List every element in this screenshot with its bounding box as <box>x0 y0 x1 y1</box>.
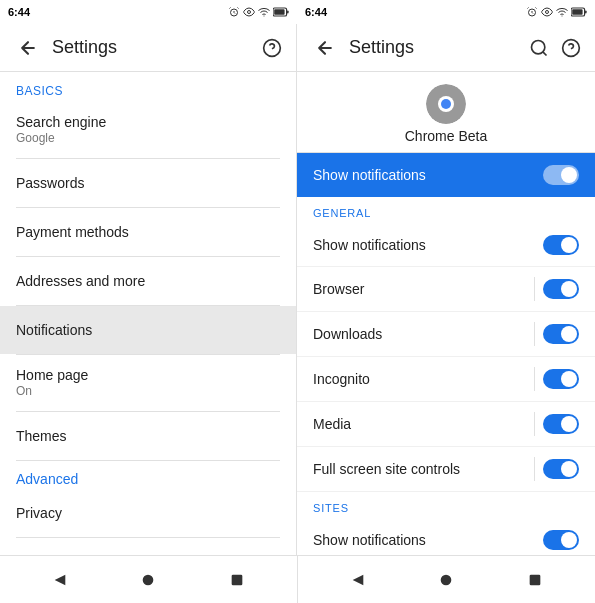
sidebar-item-passwords[interactable]: Passwords <box>0 159 296 207</box>
incognito-row[interactable]: Incognito <box>297 357 595 402</box>
app-name-label: Chrome Beta <box>405 128 487 144</box>
app-icon <box>426 84 466 124</box>
general-show-notifications-label: Show notifications <box>313 237 543 253</box>
svg-point-6 <box>546 11 549 14</box>
addresses-title: Addresses and more <box>16 273 280 289</box>
left-settings-list: Basics Search engine Google Passwords Pa… <box>0 72 296 555</box>
full-screen-toggle[interactable] <box>543 459 579 479</box>
sites-section-label: SITES <box>297 492 595 518</box>
sidebar-item-search-engine[interactable]: Search engine Google <box>0 102 296 158</box>
downloads-toggle[interactable] <box>543 324 579 344</box>
search-engine-title: Search engine <box>16 114 280 130</box>
help-button[interactable] <box>260 36 284 60</box>
battery-icon <box>273 7 289 17</box>
left-nav-back-icon <box>52 572 68 588</box>
right-help-icon <box>561 38 581 58</box>
right-recents-nav-button[interactable] <box>519 564 551 596</box>
left-header: Settings <box>0 24 296 72</box>
left-panel-title: Settings <box>52 37 260 58</box>
right-back-arrow-icon <box>315 38 335 58</box>
browser-row[interactable]: Browser <box>297 267 595 312</box>
sidebar-item-themes[interactable]: Themes <box>0 412 296 460</box>
general-show-notifications-row[interactable]: Show notifications <box>297 223 595 267</box>
notifications-title: Notifications <box>16 322 280 338</box>
show-notifications-main-toggle[interactable] <box>543 165 579 185</box>
right-back-nav-button[interactable] <box>342 564 374 596</box>
left-nav-recents-icon <box>229 572 245 588</box>
right-nav-recents-icon <box>527 572 543 588</box>
show-notifications-toggle-row[interactable]: Show notifications <box>297 153 595 197</box>
media-row[interactable]: Media <box>297 402 595 447</box>
sidebar-item-payment-methods[interactable]: Payment methods <box>0 208 296 256</box>
help-icon <box>262 38 282 58</box>
wifi-icon <box>258 6 270 18</box>
alarm-icon-right <box>526 6 538 18</box>
chrome-beta-icon <box>426 84 466 124</box>
passwords-title: Passwords <box>16 175 280 191</box>
right-nav-panel <box>298 556 595 603</box>
svg-rect-8 <box>572 9 582 15</box>
left-back-button[interactable] <box>12 32 44 64</box>
downloads-row[interactable]: Downloads <box>297 312 595 357</box>
left-back-nav-button[interactable] <box>44 564 76 596</box>
right-panel-title: Settings <box>349 37 527 58</box>
right-nav-back-icon <box>350 572 366 588</box>
full-screen-row[interactable]: Full screen site controls <box>297 447 595 492</box>
eye-icon <box>243 6 255 18</box>
svg-point-17 <box>143 574 154 585</box>
svg-rect-4 <box>287 10 289 13</box>
sidebar-item-notifications[interactable]: Notifications <box>0 306 296 354</box>
left-nav-panel <box>0 556 297 603</box>
svg-point-15 <box>441 99 451 109</box>
right-content: Chrome Beta Show notifications GENERAL S… <box>297 72 595 555</box>
right-nav-home-icon <box>438 572 454 588</box>
svg-point-1 <box>248 11 251 14</box>
right-status-bar: 6:44 <box>297 0 595 24</box>
svg-marker-16 <box>55 574 66 585</box>
privacy-title: Privacy <box>16 505 280 521</box>
left-recents-nav-button[interactable] <box>221 564 253 596</box>
home-page-title: Home page <box>16 367 280 383</box>
incognito-toggle[interactable] <box>543 369 579 389</box>
downloads-label: Downloads <box>313 326 534 342</box>
right-status-icons <box>526 6 587 18</box>
left-status-icons <box>228 6 289 18</box>
search-icon <box>529 38 549 58</box>
svg-rect-3 <box>274 9 284 15</box>
general-section-label: GENERAL <box>297 197 595 223</box>
svg-marker-19 <box>353 574 364 585</box>
sites-show-notifications-toggle[interactable] <box>543 530 579 550</box>
left-home-nav-button[interactable] <box>132 564 164 596</box>
battery-icon-right <box>571 7 587 17</box>
right-header: Settings <box>297 24 595 72</box>
media-toggle[interactable] <box>543 414 579 434</box>
right-help-button[interactable] <box>559 36 583 60</box>
show-notifications-highlight-label: Show notifications <box>313 167 543 183</box>
left-nav-home-icon <box>140 572 156 588</box>
right-home-nav-button[interactable] <box>430 564 462 596</box>
browser-toggle[interactable] <box>543 279 579 299</box>
search-button[interactable] <box>527 36 551 60</box>
left-status-bar: 6:44 <box>0 0 297 24</box>
full-screen-label: Full screen site controls <box>313 461 534 477</box>
wifi-icon-right <box>556 6 568 18</box>
incognito-label: Incognito <box>313 371 534 387</box>
back-arrow-icon <box>18 38 38 58</box>
media-label: Media <box>313 416 534 432</box>
payment-methods-title: Payment methods <box>16 224 280 240</box>
left-time: 6:44 <box>8 6 30 18</box>
general-show-notifications-toggle[interactable] <box>543 235 579 255</box>
alarm-icon <box>228 6 240 18</box>
sidebar-item-privacy[interactable]: Privacy <box>0 489 296 537</box>
right-back-button[interactable] <box>309 32 341 64</box>
app-header: Chrome Beta <box>297 72 595 153</box>
svg-rect-9 <box>585 10 587 13</box>
svg-point-20 <box>441 574 452 585</box>
home-page-subtitle: On <box>16 384 280 398</box>
sites-show-notifications-label: Show notifications <box>313 532 543 548</box>
sidebar-item-addresses[interactable]: Addresses and more <box>0 257 296 305</box>
sidebar-item-accessibility[interactable]: Accessibility <box>0 538 296 555</box>
sites-show-notifications-row[interactable]: Show notifications <box>297 518 595 555</box>
browser-label: Browser <box>313 281 534 297</box>
sidebar-item-home-page[interactable]: Home page On <box>0 355 296 411</box>
